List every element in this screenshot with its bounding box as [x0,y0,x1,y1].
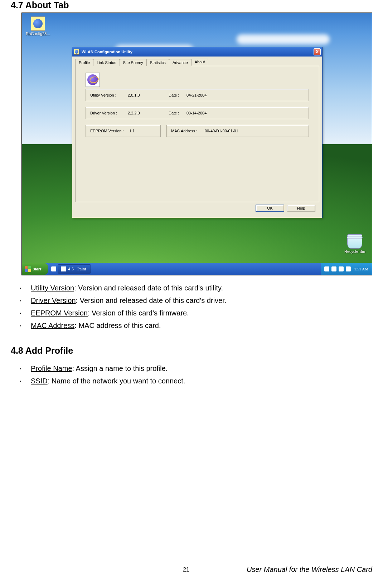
eeprom-version-label: EEPROM Version : [90,129,124,133]
start-button-label: start [33,266,41,272]
term: SSID [31,377,48,385]
page-footer: 21 User Manual for the Wireless LAN Card [0,565,372,574]
help-button[interactable]: Help [287,205,315,211]
raconfig-icon [31,16,45,31]
utility-version-value: 2.0.1.3 [128,93,149,97]
list-item: SSID: Name of the network you want to co… [29,376,372,387]
mac-address-value: 00-40-D1-00-01-01 [205,129,244,133]
ok-button[interactable]: OK [256,205,284,211]
term: MAC Address [31,322,74,329]
desc: : Version and released date of this card… [76,297,227,304]
list-item: MAC Address: MAC address of this card. [29,320,372,331]
tab-about[interactable]: About [191,59,209,66]
desc: : Version of this card's firmware. [88,309,189,317]
titlebar[interactable]: WLAN Configuration Utility X [72,47,322,57]
term: Utility Version [31,284,74,292]
page-number: 21 [183,567,189,573]
driver-version-label: Driver Version : [90,111,124,115]
tab-profile[interactable]: Profile [75,59,93,66]
mac-address-group: MAC Address : 00-40-D1-00-01-01 [166,125,309,137]
about-tab-bullets: Utility Version: Version and released da… [14,283,372,331]
desc: : MAC address of this card. [74,322,161,329]
eeprom-version-group: EEPROM Version : 1.1 [86,125,161,137]
footer-title: User Manual for the Wireless LAN Card [247,565,372,574]
desc: : Name of the network you want to connec… [48,377,185,385]
recycle-bin[interactable]: Recycle Bin [344,234,365,254]
term: EEPROM Version [31,309,88,317]
window-title: WLAN Configuration Utility [82,50,314,54]
tray-icon-1[interactable] [324,266,329,271]
paint-icon [61,266,66,271]
utility-version-group: Utility Version : 2.0.1.3 Date : 04-21-2… [86,89,309,101]
quicklaunch-icon[interactable] [51,266,56,271]
tab-statistics[interactable]: Statistics [146,59,169,66]
list-item: Profile Name: Assign a name to this prof… [29,363,372,374]
add-profile-bullets: Profile Name: Assign a name to this prof… [14,363,372,387]
taskbar: start 4-5 - Paint 1:51 AM [22,263,372,275]
start-button[interactable]: start [22,263,48,275]
dialog-button-bar: OK Help [75,202,319,215]
driver-version-value: 2.2.2.0 [128,111,149,115]
screenshot-desktop: RaConfig25... Recycle Bin WLAN Configura… [21,13,372,275]
desktop-shortcut-label: RaConfig25... [25,31,50,36]
windows-logo-icon [25,266,31,272]
heading-about-tab: 4.7 About Tab [11,0,372,10]
wlan-config-window: WLAN Configuration Utility X Profile Lin… [72,47,323,218]
utility-date-value: 04-21-2004 [186,93,208,97]
utility-version-label: Utility Version : [90,93,124,97]
desc: : Version and released date of this card… [74,284,223,292]
list-item: Driver Version: Version and released dat… [29,295,372,306]
driver-date-value: 03-14-2004 [186,111,208,115]
tray-icon-2[interactable] [331,266,336,271]
tab-site-survey[interactable]: Site Survey [120,59,147,66]
taskbar-item-label: 4-5 - Paint [68,266,86,272]
mac-address-label: MAC Address : [171,129,200,133]
term: Driver Version [31,297,76,304]
recycle-bin-icon [347,234,362,249]
desc: : Assign a name to this profile. [72,364,168,372]
eeprom-version-value: 1.1 [129,129,136,133]
heading-add-profile: 4.8 Add Profile [11,346,372,356]
list-item: Utility Version: Version and released da… [29,283,372,294]
tray-icon-4[interactable] [346,266,351,271]
utility-date-label: Date : [169,93,183,97]
list-item: EEPROM Version: Version of this card's f… [29,308,372,319]
taskbar-clock: 1:51 AM [354,267,368,271]
tab-strip: Profile Link Status Site Survey Statisti… [75,59,319,66]
about-logo-icon [86,73,100,87]
term: Profile Name [31,364,72,372]
app-icon [74,49,79,55]
recycle-bin-label: Recycle Bin [344,249,365,254]
driver-date-label: Date : [169,111,183,115]
about-tab-panel: Utility Version : 2.0.1.3 Date : 04-21-2… [75,66,319,202]
close-button[interactable]: X [314,48,321,55]
driver-version-group: Driver Version : 2.2.2.0 Date : 03-14-20… [86,107,309,119]
system-tray: 1:51 AM [321,263,372,275]
taskbar-item-paint[interactable]: 4-5 - Paint [58,264,91,274]
tray-icon-3[interactable] [339,266,344,271]
desktop-shortcut-raconfig[interactable]: RaConfig25... [25,16,50,36]
tab-advance[interactable]: Advance [169,59,192,66]
tab-link-status[interactable]: Link Status [93,59,120,66]
